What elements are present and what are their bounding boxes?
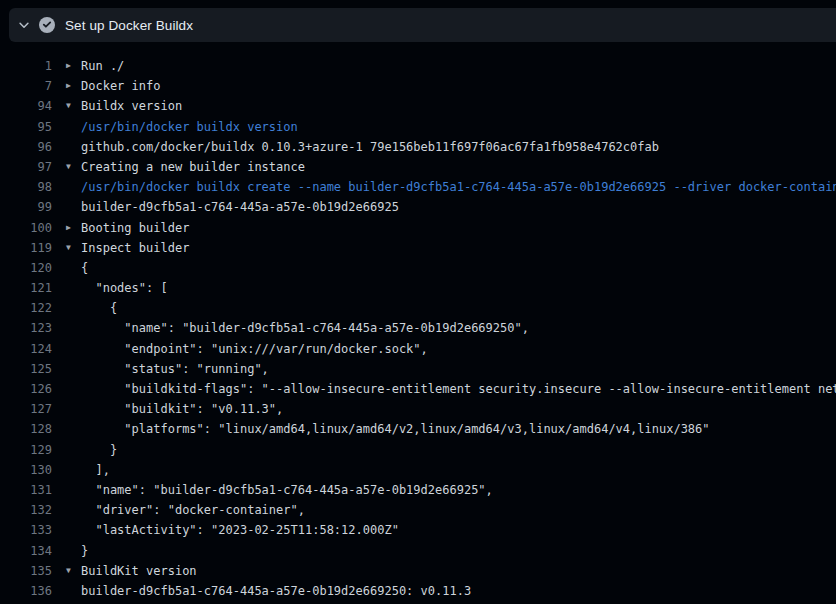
group-title[interactable]: Run ./ — [81, 56, 124, 76]
group-expanded-icon[interactable]: ▼ — [66, 157, 71, 177]
group-title[interactable]: BuildKit version — [81, 561, 197, 581]
line-number[interactable]: 126 — [0, 379, 52, 399]
log-text: "buildkitd-flags": "--allow-insecure-ent… — [81, 379, 836, 399]
gutter-gap — [52, 541, 81, 561]
line-number[interactable]: 94 — [0, 96, 52, 116]
log-line: 134} — [0, 541, 836, 561]
log-line: 96github.com/docker/buildx 0.10.3+azure-… — [0, 137, 836, 157]
line-number[interactable]: 127 — [0, 399, 52, 419]
step-header[interactable]: Set up Docker Buildx — [9, 8, 836, 42]
line-number[interactable]: 96 — [0, 137, 52, 157]
log-text: /usr/bin/docker buildx create --name bui… — [81, 177, 836, 197]
line-number[interactable]: 131 — [0, 480, 52, 500]
group-expanded-icon[interactable]: ▼ — [66, 561, 71, 581]
group-expanded-icon[interactable]: ▼ — [66, 96, 71, 116]
line-number[interactable]: 97 — [0, 157, 52, 177]
gutter-gap: ▶ — [52, 56, 81, 76]
group-title[interactable]: Docker info — [81, 76, 160, 96]
line-number[interactable]: 125 — [0, 359, 52, 379]
line-number[interactable]: 130 — [0, 460, 52, 480]
log-line: 128 "platforms": "linux/amd64,linux/amd6… — [0, 419, 836, 439]
line-number[interactable]: 134 — [0, 541, 52, 561]
log-line: 100▶Booting builder — [0, 218, 836, 238]
log-text: "status": "running", — [81, 359, 269, 379]
log-line: 7▶Docker info — [0, 76, 836, 96]
log-text: "platforms": "linux/amd64,linux/amd64/v2… — [81, 419, 710, 439]
log-line: 120{ — [0, 258, 836, 278]
log-line: 123 "name": "builder-d9cfb5a1-c764-445a-… — [0, 318, 836, 338]
log-text: builder-d9cfb5a1-c764-445a-a57e-0b19d2e6… — [81, 581, 471, 601]
log-text: { — [81, 258, 88, 278]
gutter-gap — [52, 500, 81, 520]
log-line: 133 "lastActivity": "2023-02-25T11:58:12… — [0, 520, 836, 540]
line-number[interactable]: 132 — [0, 500, 52, 520]
log-text: "name": "builder-d9cfb5a1-c764-445a-a57e… — [81, 480, 493, 500]
gutter-gap: ▶ — [52, 218, 81, 238]
log-text: "driver": "docker-container", — [81, 500, 305, 520]
log-line: 132 "driver": "docker-container", — [0, 500, 836, 520]
group-collapsed-icon[interactable]: ▶ — [66, 76, 71, 96]
log-line: 95/usr/bin/docker buildx version — [0, 117, 836, 137]
group-title[interactable]: Booting builder — [81, 218, 189, 238]
log-text: { — [81, 298, 117, 318]
line-number[interactable]: 135 — [0, 561, 52, 581]
log-line: 124 "endpoint": "unix:///var/run/docker.… — [0, 339, 836, 359]
gutter-gap — [52, 419, 81, 439]
gutter-gap — [52, 197, 81, 217]
group-collapsed-icon[interactable]: ▶ — [66, 56, 71, 76]
group-expanded-icon[interactable]: ▼ — [66, 238, 71, 258]
log-line: 135▼BuildKit version — [0, 561, 836, 581]
gutter-gap — [52, 117, 81, 137]
log-line: 136builder-d9cfb5a1-c764-445a-a57e-0b19d… — [0, 581, 836, 601]
line-number[interactable]: 7 — [0, 76, 52, 96]
log-lines: 1▶Run ./7▶Docker info94▼Buildx version95… — [0, 42, 836, 604]
log-text: builder-d9cfb5a1-c764-445a-a57e-0b19d2e6… — [81, 197, 399, 217]
line-number[interactable]: 128 — [0, 419, 52, 439]
gutter-gap — [52, 440, 81, 460]
gutter-gap — [52, 460, 81, 480]
check-circle-icon — [39, 17, 65, 33]
gutter-gap — [52, 480, 81, 500]
line-number[interactable]: 122 — [0, 298, 52, 318]
group-title[interactable]: Creating a new builder instance — [81, 157, 305, 177]
line-number[interactable]: 129 — [0, 440, 52, 460]
step-title: Set up Docker Buildx — [65, 18, 193, 33]
gutter-gap: ▼ — [52, 238, 81, 258]
log-text: ], — [81, 460, 110, 480]
log-line: 126 "buildkitd-flags": "--allow-insecure… — [0, 379, 836, 399]
line-number[interactable]: 124 — [0, 339, 52, 359]
line-number[interactable]: 95 — [0, 117, 52, 137]
log-line: 131 "name": "builder-d9cfb5a1-c764-445a-… — [0, 480, 836, 500]
line-number[interactable]: 100 — [0, 218, 52, 238]
log-text: github.com/docker/buildx 0.10.3+azure-1 … — [81, 137, 659, 157]
log-text: /usr/bin/docker buildx version — [81, 117, 298, 137]
gutter-gap — [52, 298, 81, 318]
log-line: 99builder-d9cfb5a1-c764-445a-a57e-0b19d2… — [0, 197, 836, 217]
group-title[interactable]: Buildx version — [81, 96, 182, 116]
gutter-gap — [52, 318, 81, 338]
log-text: "endpoint": "unix:///var/run/docker.sock… — [81, 339, 428, 359]
log-line: 122 { — [0, 298, 836, 318]
gutter-gap — [52, 278, 81, 298]
gutter-gap: ▶ — [52, 76, 81, 96]
group-collapsed-icon[interactable]: ▶ — [66, 218, 71, 238]
line-number[interactable]: 121 — [0, 278, 52, 298]
line-number[interactable]: 98 — [0, 177, 52, 197]
group-title[interactable]: Inspect builder — [81, 238, 189, 258]
line-number[interactable]: 119 — [0, 238, 52, 258]
line-number[interactable]: 133 — [0, 520, 52, 540]
line-number[interactable]: 120 — [0, 258, 52, 278]
log-line: 130 ], — [0, 460, 836, 480]
log-line: 119▼Inspect builder — [0, 238, 836, 258]
log-line: 98/usr/bin/docker buildx create --name b… — [0, 177, 836, 197]
gutter-gap: ▼ — [52, 561, 81, 581]
line-number[interactable]: 136 — [0, 581, 52, 601]
line-number[interactable]: 123 — [0, 318, 52, 338]
gutter-gap — [52, 399, 81, 419]
line-number[interactable]: 99 — [0, 197, 52, 217]
chevron-down-icon[interactable] — [9, 18, 39, 32]
line-number[interactable]: 1 — [0, 56, 52, 76]
gutter-gap — [52, 359, 81, 379]
log-text: } — [81, 440, 117, 460]
log-text: "name": "builder-d9cfb5a1-c764-445a-a57e… — [81, 318, 529, 338]
